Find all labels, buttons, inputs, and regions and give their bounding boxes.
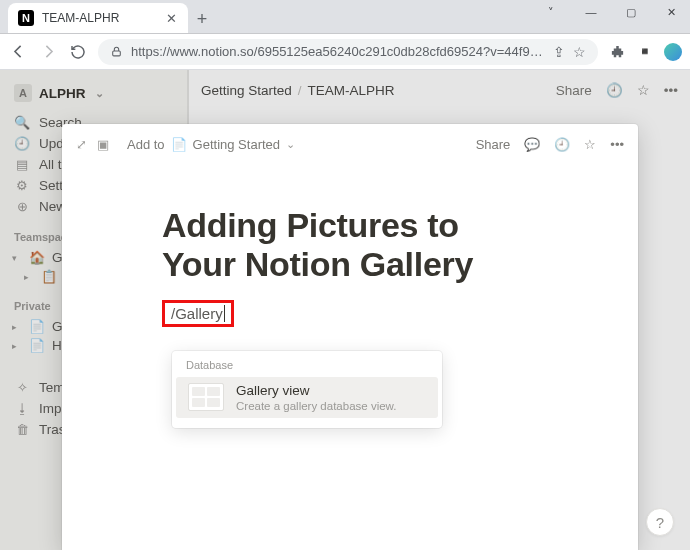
tab-close-icon[interactable]: ✕ <box>164 11 178 25</box>
sidebar-item-label: Tem <box>39 380 65 395</box>
window-minimize-icon[interactable]: — <box>572 0 610 24</box>
chevron-down-icon: ⌄ <box>286 138 295 151</box>
window-close-icon[interactable]: ✕ <box>652 0 690 24</box>
cards-icon: ▤ <box>14 157 30 172</box>
page-icon: 📄 <box>29 338 45 353</box>
peek-icon[interactable]: ▣ <box>97 137 109 152</box>
sidebar-item-label: All t <box>39 157 62 172</box>
profile-avatar-icon[interactable] <box>664 43 682 61</box>
slash-command-text: /Gallery <box>171 305 225 322</box>
slash-menu-item-sub: Create a gallery database view. <box>236 400 396 412</box>
browser-toolbar: https://www.notion.so/6955125ea56240c291… <box>0 34 690 70</box>
workspace-switcher[interactable]: A ALPHR ⌄ <box>10 80 179 112</box>
help-button[interactable]: ? <box>646 508 674 536</box>
nav-back-icon[interactable] <box>8 42 28 62</box>
extension-square-icon[interactable]: ◾ <box>636 43 654 61</box>
trash-icon: 🗑 <box>14 422 30 437</box>
nav-forward-icon <box>38 42 58 62</box>
slash-menu: Database Gallery view Create a gallery d… <box>172 351 442 428</box>
house-icon: 🏠 <box>29 250 45 265</box>
bookmark-star-icon[interactable]: ☆ <box>573 44 586 60</box>
star-icon[interactable]: ☆ <box>637 82 650 98</box>
clock-icon: 🕘 <box>14 136 30 151</box>
slash-menu-item-title: Gallery view <box>236 383 396 398</box>
svg-rect-0 <box>113 51 121 56</box>
nav-reload-icon[interactable] <box>68 42 88 62</box>
plus-circle-icon: ⊕ <box>14 199 30 214</box>
slash-menu-item-gallery-view[interactable]: Gallery view Create a gallery database v… <box>176 377 438 418</box>
chevron-down-icon: ⌄ <box>95 87 104 100</box>
sidebar-item-label: Upd <box>39 136 64 151</box>
modal-toolbar: ⤢ ▣ Add to 📄 Getting Started ⌄ Share 💬 🕘… <box>62 124 638 164</box>
page-icon: 📄 <box>29 319 45 334</box>
page-icon: 📄 <box>171 137 187 152</box>
breadcrumb-separator: / <box>298 83 302 98</box>
star-icon[interactable]: ☆ <box>584 137 596 152</box>
search-icon: 🔍 <box>14 115 30 130</box>
window-titlebar: N TEAM-ALPHR ✕ + ˅ — ▢ ✕ <box>0 0 690 34</box>
clock-icon[interactable]: 🕘 <box>606 82 623 98</box>
tab-title: TEAM-ALPHR <box>42 11 119 25</box>
gallery-thumbnail-icon <box>188 383 224 411</box>
more-icon[interactable]: ••• <box>664 83 678 98</box>
slash-menu-heading: Database <box>172 359 442 377</box>
share-button[interactable]: Share <box>556 83 592 98</box>
gear-icon: ⚙ <box>14 178 30 193</box>
template-icon: ✧ <box>14 380 30 395</box>
import-icon: ⭳ <box>14 401 30 416</box>
workspace-logo: A <box>14 84 32 102</box>
clock-icon[interactable]: 🕘 <box>554 137 570 152</box>
expand-icon[interactable]: ⤢ <box>76 137 87 152</box>
page-modal: ⤢ ▣ Add to 📄 Getting Started ⌄ Share 💬 🕘… <box>62 124 638 550</box>
window-maximize-icon[interactable]: ▢ <box>612 0 650 24</box>
sidebar-item-label: Imp <box>39 401 62 416</box>
add-to-label: Add to <box>127 137 165 152</box>
page-title-line: Your Notion Gallery <box>162 245 473 283</box>
breadcrumb: Getting Started / TEAM-ALPHR Share 🕘 ☆ •… <box>189 70 690 110</box>
more-icon[interactable]: ••• <box>610 137 624 152</box>
url-text: https://www.notion.so/6955125ea56240c291… <box>131 44 545 59</box>
add-to-control[interactable]: Add to 📄 Getting Started ⌄ <box>127 137 295 152</box>
new-tab-button[interactable]: + <box>188 5 216 33</box>
chevron-down-icon[interactable]: ˅ <box>532 0 570 24</box>
page-title-line: Adding Pictures to <box>162 206 459 244</box>
page-title[interactable]: Adding Pictures to Your Notion Gallery <box>162 206 538 284</box>
workspace-name: ALPHR <box>39 86 86 101</box>
share-url-icon[interactable]: ⇪ <box>553 44 565 60</box>
breadcrumb-item[interactable]: TEAM-ALPHR <box>308 83 395 98</box>
page-icon: 📋 <box>41 269 57 284</box>
share-button[interactable]: Share <box>476 137 511 152</box>
lock-icon <box>110 45 123 58</box>
slash-command-input[interactable]: /Gallery <box>162 300 234 327</box>
browser-tab[interactable]: N TEAM-ALPHR ✕ <box>8 3 188 33</box>
notion-favicon: N <box>18 10 34 26</box>
comments-icon[interactable]: 💬 <box>524 137 540 152</box>
address-bar[interactable]: https://www.notion.so/6955125ea56240c291… <box>98 39 598 65</box>
breadcrumb-item[interactable]: Getting Started <box>201 83 292 98</box>
extensions-icon[interactable] <box>608 43 626 61</box>
add-to-target: Getting Started <box>193 137 280 152</box>
